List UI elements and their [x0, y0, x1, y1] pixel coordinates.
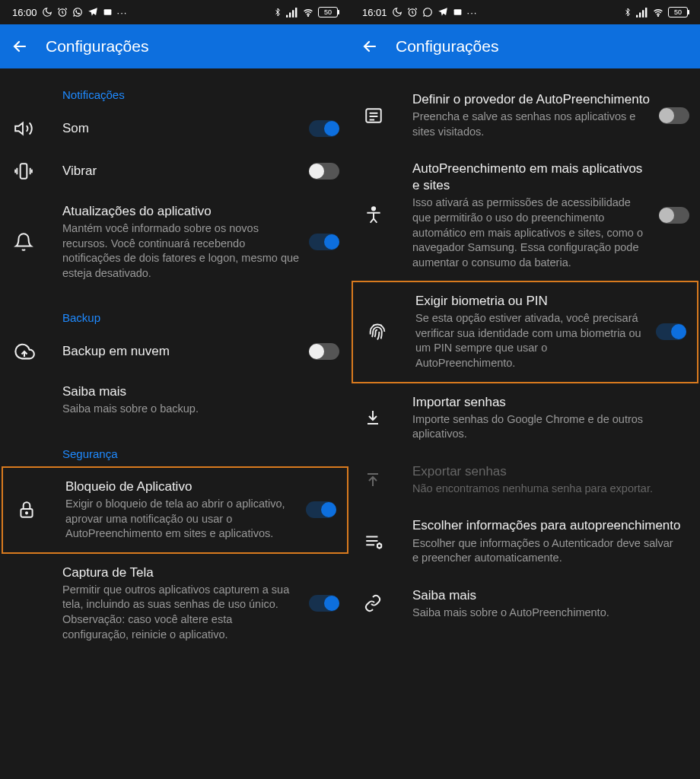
battery-icon: 50 [318, 7, 338, 17]
whatsapp-icon [72, 7, 83, 17]
back-button[interactable] [11, 37, 29, 56]
svg-rect-2 [286, 14, 288, 17]
status-time: 16:01 [362, 7, 387, 18]
row-sound[interactable]: Som [0, 107, 350, 150]
row-app-updates[interactable]: Atualizações do aplicativo Mantém você i… [0, 192, 350, 291]
svg-point-18 [372, 207, 375, 210]
row-title: Importar senhas [412, 394, 682, 411]
status-more: ··· [467, 7, 478, 18]
row-autofill-learn-more[interactable]: Saiba mais Saiba mais sobre o AutoPreenc… [350, 577, 700, 631]
svg-rect-3 [289, 12, 291, 17]
toggle-sound[interactable] [309, 120, 339, 137]
section-security: Segurança [0, 428, 350, 466]
fingerprint-icon [367, 321, 415, 342]
bluetooth-icon [623, 7, 632, 17]
row-autofill-more[interactable]: AutoPreenchimento em mais aplicativos e … [350, 150, 700, 281]
row-subtitle: Permitir que outros aplicativos capturem… [62, 583, 301, 642]
row-title: Definir o provedor de AutoPreenchimento [412, 91, 651, 108]
row-vibrate[interactable]: Vibrar [0, 150, 350, 192]
screen-right: 16:01 ··· [350, 0, 700, 779]
row-subtitle: Exigir o bloqueio de tela ao abrir o apl… [65, 497, 298, 542]
row-subtitle: Isso ativará as permissões de acessibili… [412, 196, 651, 270]
row-autofill-provider[interactable]: Definir o provedor de AutoPreenchimento … [350, 81, 700, 150]
accessibility-icon [364, 205, 412, 225]
row-screen-capture[interactable]: Captura de Tela Permitir que outros apli… [0, 554, 350, 653]
svg-point-9 [26, 513, 27, 514]
row-import[interactable]: Importar senhas Importe senhas do Google… [350, 383, 700, 453]
battery-level: 50 [324, 8, 332, 16]
row-biometric[interactable]: Exigir biometria ou PIN Se esta opção es… [353, 282, 697, 381]
page-title: Configurações [46, 37, 148, 56]
highlight-app-lock: Bloqueio de Aplicativo Exigir o bloqueio… [2, 466, 348, 554]
row-title: Atualizações do aplicativo [62, 203, 301, 220]
lock-icon [17, 500, 65, 520]
download-icon [364, 409, 412, 427]
status-bar: 16:01 ··· [350, 0, 700, 24]
toggle-app-lock[interactable] [306, 501, 336, 518]
row-title: Saiba mais [412, 587, 682, 604]
bell-icon [14, 232, 62, 252]
svg-point-6 [307, 15, 308, 16]
svg-rect-1 [103, 9, 111, 15]
signal-icon [286, 8, 298, 17]
toggle-cloud-backup[interactable] [309, 343, 339, 360]
svg-rect-14 [642, 10, 644, 17]
row-subtitle: Saiba mais sobre o backup. [62, 402, 332, 417]
row-subtitle: Preencha e salve as senhas nos aplicativ… [412, 110, 651, 139]
toggle-biometric[interactable] [656, 323, 686, 340]
svg-rect-11 [453, 9, 461, 15]
section-notifications: Notificações [0, 81, 350, 107]
svg-point-19 [377, 544, 381, 548]
row-subtitle: Não encontramos nenhuma senha para expor… [412, 482, 682, 497]
app-header: Configurações [350, 24, 700, 68]
signal-icon [636, 8, 648, 17]
vibrate-icon [14, 161, 62, 181]
svg-rect-13 [639, 12, 641, 17]
row-title: Vibrar [62, 163, 301, 180]
status-more: ··· [117, 7, 128, 18]
svg-point-16 [657, 15, 658, 16]
row-title: Escolher informações para autopreenchime… [412, 517, 682, 534]
link-icon [364, 594, 412, 612]
alarm-icon [407, 7, 418, 17]
row-title: AutoPreenchimento em mais aplicativos e … [412, 161, 651, 194]
page-title: Configurações [396, 37, 498, 56]
form-icon [364, 106, 412, 126]
row-subtitle: Mantém você informado sobre os novos rec… [62, 221, 301, 281]
section-backup: Backup [0, 291, 350, 330]
row-title: Saiba mais [62, 383, 332, 400]
settings-list[interactable]: Definir o provedor de AutoPreenchimento … [350, 68, 700, 779]
whatsapp-icon [422, 7, 433, 17]
wifi-icon [302, 8, 314, 17]
row-cloud-backup[interactable]: Backup em nuvem [0, 330, 350, 373]
svg-rect-5 [295, 8, 297, 17]
row-export: Exportar senhas Não encontramos nenhuma … [350, 453, 700, 507]
telegram-icon [88, 7, 98, 17]
battery-level: 50 [674, 8, 682, 16]
telegram-icon [438, 7, 448, 17]
upload-icon [364, 471, 412, 489]
row-backup-learn-more[interactable]: Saiba mais Saiba mais sobre o backup. [0, 373, 350, 428]
row-subtitle: Importe senhas do Google Chrome e de out… [412, 412, 682, 442]
row-choose-info[interactable]: Escolher informações para autopreenchime… [350, 507, 700, 576]
settings-list[interactable]: Notificações Som Vibrar Atuali [0, 68, 350, 779]
moon-icon [42, 7, 52, 17]
toggle-screen-capture[interactable] [309, 595, 339, 612]
toggle-app-updates[interactable] [309, 234, 339, 250]
row-app-lock[interactable]: Bloqueio de Aplicativo Exigir o bloqueio… [3, 468, 347, 552]
svg-rect-7 [21, 164, 27, 179]
speaker-icon [14, 119, 62, 138]
svg-rect-15 [645, 8, 647, 17]
status-time: 16:00 [12, 7, 37, 18]
back-button[interactable] [361, 37, 379, 56]
row-title: Backup em nuvem [62, 343, 301, 360]
cloud-upload-icon [14, 341, 62, 362]
row-title: Exportar senhas [412, 463, 682, 480]
wifi-icon [652, 8, 664, 17]
row-title: Exigir biometria ou PIN [415, 293, 648, 310]
toggle-autofill-more[interactable] [659, 207, 689, 224]
toggle-vibrate[interactable] [309, 163, 339, 180]
toggle-autofill-provider[interactable] [659, 107, 689, 124]
bluetooth-icon [273, 7, 282, 17]
screen-left: 16:00 ··· [0, 0, 350, 779]
